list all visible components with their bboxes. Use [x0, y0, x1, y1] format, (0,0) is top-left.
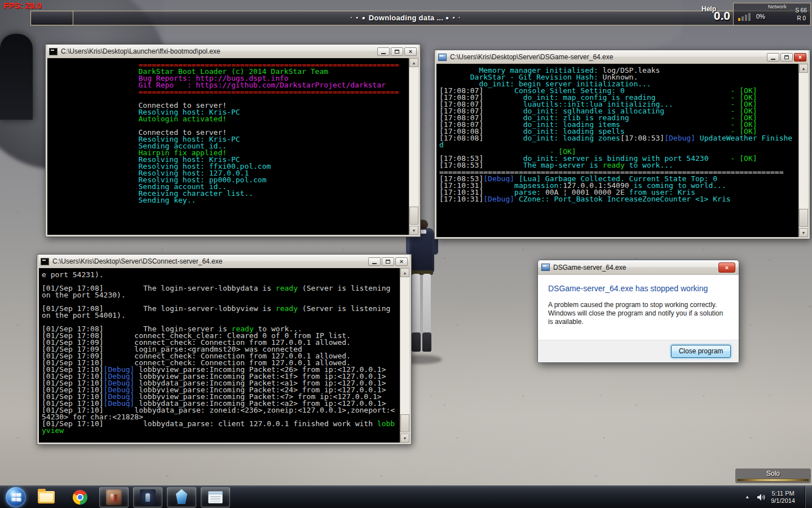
network-send: S 66	[795, 7, 807, 14]
clock-date: 9/1/2014	[771, 497, 795, 504]
network-recv: R 0	[797, 15, 806, 21]
loading-dots-left: · • ●	[350, 15, 366, 21]
crash-dialog-titlebar[interactable]: DSGame-server_64.exe ×	[538, 260, 739, 275]
scroll-thumb[interactable]	[799, 209, 808, 227]
network-percent: 0%	[756, 13, 765, 20]
crash-dialog-title: DSGame-server_64.exe	[553, 264, 715, 271]
dsgame-console-output: [Status] Memory manager initialised: log…	[436, 64, 798, 237]
console-app-icon	[49, 48, 58, 55]
close-button[interactable]: ×	[404, 47, 417, 56]
pol-scrollbar[interactable]: ▲ ▼	[409, 58, 418, 235]
party-status-plate: Solo	[735, 468, 811, 483]
system-tray: ▲ 5:11 PM 9/1/2014	[743, 486, 812, 508]
start-button[interactable]	[6, 487, 26, 507]
pol-titlebar[interactable]: C:\Users\Kris\Desktop\Launcher\ffxi-boot…	[47, 45, 418, 58]
playonline-crystal-icon	[175, 489, 188, 505]
crash-dialog-footer: Close program	[538, 340, 739, 362]
network-panel: Network 0% S 66 R 0	[733, 3, 811, 25]
taskbar: ▲ 5:11 PM 9/1/2014	[0, 485, 812, 508]
close-program-button[interactable]: Close program	[671, 345, 731, 358]
dsconnect-scrollbar[interactable]: ▲ ▼	[400, 268, 409, 443]
dsgame-console: [Status] Memory manager initialised: log…	[436, 64, 808, 237]
character-boot	[412, 332, 421, 352]
scroll-up-button[interactable]: ▲	[409, 58, 418, 67]
minimize-button[interactable]	[368, 257, 381, 266]
scroll-up-button[interactable]: ▲	[799, 64, 808, 73]
show-desktop-button[interactable]	[805, 486, 812, 508]
hud-counter-value: 0.0	[714, 9, 730, 23]
character-leg	[412, 274, 420, 334]
scroll-down-button[interactable]: ▼	[400, 433, 409, 443]
maximize-button[interactable]	[382, 257, 394, 266]
character-leg	[423, 274, 431, 334]
dsconnect-console-output: e port 54231). [01/Sep 17:08][Status] Th…	[39, 268, 400, 443]
server-app-icon	[541, 264, 550, 271]
tray-expand-icon[interactable]: ▲	[743, 494, 752, 500]
window-dsconnect-console: C:\Users\Kris\Desktop\Server\DSConnect-s…	[37, 254, 412, 445]
server-app-icon	[438, 54, 447, 61]
character-boot	[422, 332, 431, 352]
close-button[interactable]: ×	[718, 262, 735, 273]
maximize-button[interactable]	[780, 53, 793, 62]
window-app-icon	[208, 491, 223, 503]
scroll-up-button[interactable]: ▲	[400, 268, 409, 277]
taskbar-explorer-button[interactable]	[32, 487, 61, 507]
download-message: Downloading data ...	[369, 14, 443, 22]
pol-window-title: C:\Users\Kris\Desktop\Launcher\ffxi-boot…	[61, 47, 374, 55]
dsgame-window-title: C:\Users\Kris\Desktop\Server\DSGame-serv…	[450, 53, 764, 61]
taskbar-clock[interactable]: 5:11 PM 9/1/2014	[771, 490, 800, 505]
dsconnect-titlebar[interactable]: C:\Users\Kris\Desktop\Server\DSConnect-s…	[39, 255, 409, 268]
network-label: Network	[768, 4, 787, 10]
taskbar-chrome-button[interactable]	[65, 487, 95, 507]
clock-time: 5:11 PM	[772, 490, 795, 497]
pol-console: [09/01/14 17:09:41] ====================…	[47, 58, 418, 235]
explorer-icon	[38, 491, 55, 503]
console-app-icon	[41, 258, 49, 265]
taskbar-playonline-button[interactable]	[167, 487, 196, 507]
dsgame-scrollbar[interactable]: ▲ ▼	[798, 64, 808, 237]
party-mode-label: Solo	[737, 470, 809, 478]
dsconnect-console: e port 54231). [01/Sep 17:08][Status] Th…	[39, 268, 409, 443]
game-icon	[140, 489, 156, 505]
dsconnect-window-title: C:\Users\Kris\Desktop\Server\DSConnect-s…	[52, 257, 365, 265]
taskbar-server-app-button[interactable]	[201, 487, 230, 507]
maximize-button[interactable]	[391, 47, 403, 56]
volume-icon[interactable]	[757, 493, 766, 501]
scroll-down-button[interactable]: ▼	[799, 228, 808, 237]
crash-dialog-body: DSGame-server_64.exe has stopped working…	[538, 275, 739, 340]
window-dsgame-console: C:\Users\Kris\Desktop\Server\DSGame-serv…	[434, 50, 810, 239]
scroll-down-button[interactable]: ▼	[409, 226, 418, 235]
taskbar-game-button[interactable]	[133, 487, 162, 507]
scroll-thumb[interactable]	[400, 414, 409, 432]
crash-message: A problem caused the program to stop wor…	[548, 301, 726, 326]
windows-flag-icon	[12, 493, 21, 501]
game-hud-top: · • ● Downloading data ... ● • · Help 0.…	[0, 0, 812, 29]
close-button[interactable]: ×	[794, 53, 806, 62]
desktop-screen: · • ● Downloading data ... ● • · Help 0.…	[0, 0, 812, 508]
close-button[interactable]: ×	[395, 257, 408, 266]
window-pol-console: C:\Users\Kris\Desktop\Launcher\ffxi-boot…	[45, 44, 421, 237]
download-status-text: · • ● Downloading data ... ● • ·	[0, 11, 812, 25]
ffxi-launcher-icon	[106, 489, 122, 505]
minimize-button[interactable]	[377, 47, 390, 56]
crash-dialog: DSGame-server_64.exe × DSGame-server_64.…	[537, 260, 739, 363]
loading-dots-right: ● • ·	[445, 15, 461, 21]
pol-console-output: [09/01/14 17:09:41] ====================…	[47, 58, 409, 235]
fps-counter: FPS: 29.0	[3, 1, 42, 10]
dsgame-titlebar[interactable]: C:\Users\Kris\Desktop\Server\DSGame-serv…	[436, 50, 808, 64]
minimize-button[interactable]	[767, 53, 779, 62]
crash-heading: DSGame-server_64.exe has stopped working	[548, 284, 729, 293]
taskbar-ffxi-button[interactable]	[99, 487, 129, 507]
party-hp-bar	[737, 479, 809, 481]
scroll-thumb[interactable]	[409, 207, 418, 225]
network-signal-icon	[738, 13, 751, 21]
chrome-icon	[73, 490, 87, 505]
